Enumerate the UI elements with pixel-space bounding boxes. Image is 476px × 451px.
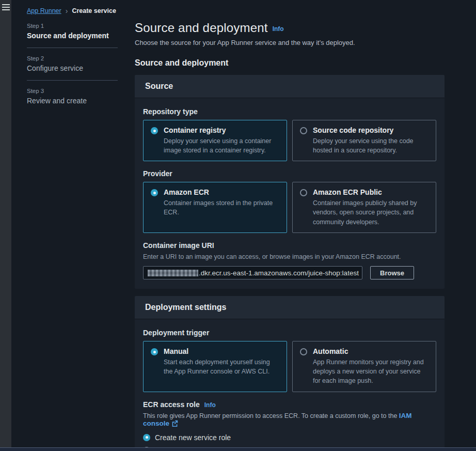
option-description: Container images stored in the private E… xyxy=(164,198,279,217)
deployment-settings-card: Deployment settings Deployment trigger M… xyxy=(135,296,445,451)
container-image-uri-hint: Enter a URI to an image you can access, … xyxy=(143,253,436,262)
option-description: Container images publicly shared by vend… xyxy=(313,198,429,226)
container-image-uri-label: Container image URI xyxy=(143,241,436,250)
step-title: Source and deployment xyxy=(27,32,118,40)
option-automatic[interactable]: Automatic App Runner monitors your regis… xyxy=(292,341,436,392)
menu-icon[interactable] xyxy=(2,4,10,10)
step-number: Step 3 xyxy=(27,88,118,94)
option-title: Automatic xyxy=(313,347,429,355)
option-description: Deploy your service using the code hoste… xyxy=(313,136,429,155)
provider-options: Amazon ECR Container images stored in th… xyxy=(143,182,436,232)
repository-type-label: Repository type xyxy=(143,107,436,116)
collapsed-side-nav xyxy=(0,0,11,447)
page-description: Choose the source for your App Runner se… xyxy=(135,39,445,46)
section-heading: Source and deployment xyxy=(135,58,445,68)
option-manual[interactable]: Manual Start each deployment yourself us… xyxy=(143,341,287,392)
repository-type-options: Container registry Deploy your service u… xyxy=(143,120,436,161)
source-card: Source Repository type Container registr… xyxy=(135,75,445,289)
ecr-role-description-text: This role gives App Runner permission to… xyxy=(143,412,399,419)
option-description: Deploy your service using a container im… xyxy=(164,136,279,155)
ecr-access-role-info-link[interactable]: Info xyxy=(204,401,216,409)
step-title: Review and create xyxy=(27,97,118,105)
option-title: Amazon ECR Public xyxy=(313,188,429,196)
option-source-code-repository[interactable]: Source code repository Deploy your servi… xyxy=(292,120,436,161)
page-info-link[interactable]: Info xyxy=(273,25,284,33)
provider-label: Provider xyxy=(143,169,436,178)
radio-unselected-icon xyxy=(300,348,307,355)
redacted-account-id xyxy=(148,270,198,276)
deployment-trigger-label: Deployment trigger xyxy=(143,329,436,337)
option-container-registry[interactable]: Container registry Deploy your service u… xyxy=(143,120,287,161)
radio-selected-icon xyxy=(143,434,150,441)
radio-selected-icon xyxy=(151,348,158,355)
chevron-right-icon: › xyxy=(66,7,68,15)
radio-create-new-service-role[interactable]: Create new service role xyxy=(143,433,436,442)
option-description: App Runner monitors your registry and de… xyxy=(313,357,429,385)
step-number: Step 1 xyxy=(27,23,118,29)
radio-selected-icon xyxy=(151,127,158,134)
radio-unselected-icon xyxy=(300,127,307,134)
option-description: Start each deployment yourself using the… xyxy=(164,357,279,376)
step-1-source-and-deployment: Step 1 Source and deployment xyxy=(27,23,118,40)
page-title: Source and deployment xyxy=(135,21,268,35)
radio-unselected-icon xyxy=(300,189,307,196)
console-footer-bar xyxy=(0,447,476,451)
deployment-trigger-options: Manual Start each deployment yourself us… xyxy=(143,341,436,392)
source-card-header: Source xyxy=(135,75,445,98)
external-link-icon xyxy=(171,420,178,428)
divider xyxy=(27,80,118,81)
page-header: Source and deploymentInfo Choose the sou… xyxy=(135,21,445,46)
option-title: Source code repository xyxy=(313,126,429,134)
uri-value: .dkr.ecr.us-east-1.amazonaws.com/juice-s… xyxy=(199,269,359,277)
wizard-steps-nav: Step 1 Source and deployment Step 2 Conf… xyxy=(27,23,118,105)
container-image-uri-input[interactable]: .dkr.ecr.us-east-1.amazonaws.com/juice-s… xyxy=(143,266,362,279)
radio-selected-icon xyxy=(151,189,158,196)
ecr-access-role-label: ECR access role xyxy=(143,400,200,409)
option-title: Amazon ECR xyxy=(164,188,279,196)
ecr-access-role-description: This role gives App Runner permission to… xyxy=(143,412,436,428)
option-amazon-ecr-public[interactable]: Amazon ECR Public Container images publi… xyxy=(292,182,436,232)
radio-label: Create new service role xyxy=(155,433,231,442)
step-3-review-and-create: Step 3 Review and create xyxy=(27,88,118,105)
breadcrumb-current: Create service xyxy=(72,7,116,14)
breadcrumb-app-runner-link[interactable]: App Runner xyxy=(27,7,61,14)
main-content: Source and deploymentInfo Choose the sou… xyxy=(135,21,445,451)
option-title: Container registry xyxy=(164,126,279,134)
step-number: Step 2 xyxy=(27,55,118,61)
option-title: Manual xyxy=(164,347,279,355)
step-2-configure-service: Step 2 Configure service xyxy=(27,55,118,72)
divider xyxy=(27,48,118,48)
deployment-settings-card-header: Deployment settings xyxy=(135,296,445,319)
step-title: Configure service xyxy=(27,64,118,72)
breadcrumb: App Runner › Create service xyxy=(27,7,116,15)
browse-button[interactable]: Browse xyxy=(370,266,414,279)
option-amazon-ecr[interactable]: Amazon ECR Container images stored in th… xyxy=(143,182,287,232)
